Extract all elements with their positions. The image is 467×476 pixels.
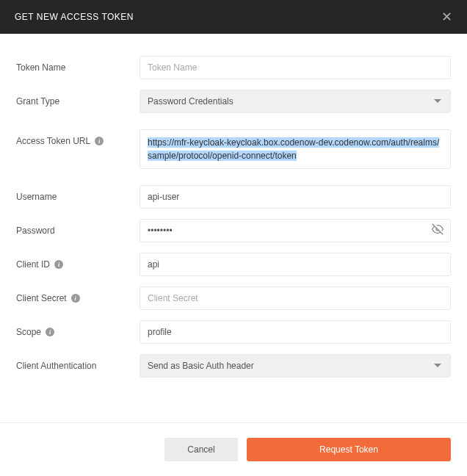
client-id-row: Client ID i: [16, 253, 451, 276]
info-icon: i: [46, 328, 54, 336]
client-secret-input[interactable]: [140, 286, 451, 310]
username-label: Username: [16, 185, 140, 202]
password-input[interactable]: [140, 219, 451, 242]
username-input[interactable]: [140, 185, 451, 209]
username-control: [140, 185, 451, 209]
access-token-url-control: https://mfr-keycloak-keycloak.box.codeno…: [140, 129, 451, 169]
modal-title: GET NEW ACCESS TOKEN: [15, 12, 134, 22]
grant-type-control: Password Credentials: [140, 90, 451, 113]
modal-container: GET NEW ACCESS TOKEN ✕ Token Name Grant …: [0, 0, 467, 476]
scope-input[interactable]: [140, 320, 451, 344]
password-label: Password: [16, 219, 140, 236]
token-name-input[interactable]: [140, 56, 451, 79]
request-token-button[interactable]: Request Token: [247, 438, 451, 461]
client-auth-row: Client Authentication Send as Basic Auth…: [16, 354, 451, 378]
close-button[interactable]: ✕: [441, 10, 452, 24]
modal-body: Token Name Grant Type Password Credentia…: [0, 34, 467, 403]
modal-footer: Cancel Request Token: [0, 422, 467, 476]
token-name-label: Token Name: [16, 56, 140, 73]
client-auth-select[interactable]: Send as Basic Auth header: [140, 354, 451, 378]
grant-type-label: Grant Type: [16, 90, 140, 107]
password-row: Password: [16, 219, 451, 242]
cancel-button[interactable]: Cancel: [164, 438, 238, 461]
client-auth-control: Send as Basic Auth header: [140, 354, 451, 378]
username-row: Username: [16, 185, 451, 209]
scope-row: Scope i: [16, 320, 451, 344]
token-name-row: Token Name: [16, 56, 451, 79]
client-id-input[interactable]: [140, 253, 451, 276]
scope-label: Scope i: [16, 320, 140, 337]
info-icon: i: [71, 294, 80, 303]
password-control: [140, 219, 451, 242]
client-auth-label: Client Authentication: [16, 354, 140, 371]
access-token-url-label: Access Token URL i: [16, 129, 140, 146]
eye-slash-icon[interactable]: [432, 223, 444, 238]
client-id-control: [140, 253, 451, 276]
grant-type-select[interactable]: Password Credentials: [140, 90, 451, 113]
access-token-url-input[interactable]: https://mfr-keycloak-keycloak.box.codeno…: [140, 129, 451, 169]
client-secret-row: Client Secret i: [16, 286, 451, 310]
scope-control: [140, 320, 451, 344]
modal-header: GET NEW ACCESS TOKEN ✕: [0, 0, 467, 34]
client-id-label: Client ID i: [16, 253, 140, 270]
access-token-url-row: Access Token URL i https://mfr-keycloak-…: [16, 129, 451, 169]
grant-type-row: Grant Type Password Credentials: [16, 90, 451, 113]
close-icon: ✕: [441, 10, 452, 24]
client-secret-label: Client Secret i: [16, 286, 140, 303]
token-name-control: [140, 56, 451, 79]
client-secret-control: [140, 286, 451, 310]
info-icon: i: [54, 260, 63, 269]
info-icon: i: [95, 137, 104, 145]
